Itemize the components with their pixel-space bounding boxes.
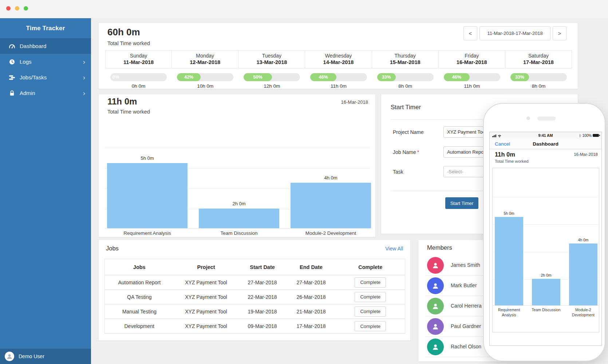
date-range-display[interactable]: 11-Mar-2018-17-Mar-2018 (479, 26, 550, 40)
members-title: Members (427, 244, 452, 251)
day-header-cell[interactable]: Sunday11-Mar-2018 (105, 50, 172, 68)
day-header-cell[interactable]: Saturday17-Mar-2018 (505, 50, 572, 68)
member-avatar (427, 277, 444, 294)
member-avatar (427, 298, 444, 314)
jobs-header-cell: Project (174, 264, 238, 270)
day-date: 11-Mar-2018 (106, 59, 171, 65)
job-end-date-cell: 27-Mar-2018 (287, 280, 336, 285)
bar-value-label: 2h 0m (199, 201, 279, 206)
dashboard-icon (9, 43, 15, 50)
day-name: Monday (172, 53, 238, 59)
day-date: 16-Mar-2018 (439, 59, 505, 65)
start-timer-button[interactable]: Start Timer (445, 197, 478, 209)
day-name: Saturday (505, 53, 572, 59)
phone-bar-value-label: 4h 0m (569, 238, 597, 242)
phone-nav-title: Dashboard (490, 141, 601, 147)
sidebar-item-dashboard[interactable]: Dashboard (0, 38, 91, 54)
day-header-cell[interactable]: Wednesday14-Mar-2018 (305, 50, 372, 68)
day-column: Wednesday14-Mar-201846%11h 0m (305, 50, 372, 89)
tasks-icon (9, 74, 15, 81)
complete-button[interactable]: Complete (355, 277, 386, 288)
bar-category-label: Module-2 Development (291, 230, 371, 236)
phone-mockup: 9:41 AM ᛒ 100% Cancel Dashboard 11h 0m 1… (483, 103, 605, 361)
close-window-button[interactable] (6, 6, 11, 11)
day-date: 12-Mar-2018 (172, 59, 238, 65)
phone-screen: 9:41 AM ᛒ 100% Cancel Dashboard 11h 0m 1… (489, 132, 602, 346)
day-header-cell[interactable]: Thursday15-Mar-2018 (372, 50, 439, 68)
day-progress-track: 42% (177, 73, 233, 81)
day-progress-track: 50% (244, 73, 300, 81)
job-end-date-cell: 21-Mar-2018 (287, 309, 336, 314)
jobs-header-cell: Jobs (105, 264, 174, 270)
required-asterisk: * (417, 149, 419, 155)
member-avatar (427, 339, 444, 355)
field-label-task: Task (393, 169, 403, 175)
sidebar: Time Tracker DashboardLogs›Jobs/Tasks›Ad… (0, 18, 91, 364)
day-hours: 11h 0m (439, 83, 505, 89)
job-end-date-cell: 17-Mar-2018 (287, 323, 336, 329)
day-header-cell[interactable]: Tuesday13-Mar-2018 (238, 50, 305, 68)
jobs-header-row: JobsProjectStart DateEnd DateComplete (105, 259, 405, 275)
day-progress-track: 46% (310, 73, 367, 81)
phone-speaker (537, 116, 556, 120)
phone-status-bar: 9:41 AM ᛒ 100% (490, 132, 601, 139)
battery-icon (593, 134, 599, 137)
phone-chart-bar[interactable] (569, 244, 597, 305)
bar-value-label: 5h 0m (107, 155, 187, 161)
jobs-header-cell: Start Date (238, 264, 287, 270)
phone-chart-bar[interactable] (532, 279, 560, 305)
phone-total-label: Total Time worked (495, 159, 529, 163)
lock-icon (9, 90, 15, 96)
user-strip[interactable]: Demo User (0, 349, 91, 364)
day-progress-fill: 50% (244, 73, 272, 81)
phone-chart-bar[interactable] (495, 217, 523, 305)
job-project-cell: XYZ Payment Tool (174, 323, 238, 329)
day-name: Friday (439, 53, 505, 59)
person-icon (431, 282, 439, 290)
jobs-row: QA TestingXYZ Payment Tool22-Mar-201826-… (105, 290, 405, 304)
phone-date: 16-Mar-2018 (574, 152, 598, 157)
chart-bar[interactable] (199, 209, 279, 228)
clock-icon (9, 59, 15, 65)
day-progress-fill: 33% (510, 73, 529, 81)
job-start-date-cell: 22-Mar-2018 (238, 294, 287, 300)
maximize-window-button[interactable] (24, 6, 28, 11)
job-action-cell: Complete (336, 277, 405, 288)
weekly-total-time: 60h 0m (107, 27, 140, 38)
person-icon (6, 353, 13, 360)
complete-button[interactable]: Complete (355, 292, 386, 302)
day-header-cell[interactable]: Monday12-Mar-2018 (172, 50, 238, 68)
bar-category-label: Team Discussion (199, 230, 279, 236)
daily-total-label: Total Time worked (107, 109, 150, 115)
date-next-button[interactable]: > (553, 26, 566, 40)
complete-button[interactable]: Complete (355, 321, 386, 331)
job-name-cell: Manual Testing (105, 309, 174, 314)
minimize-window-button[interactable] (15, 6, 19, 11)
day-column: Tuesday13-Mar-201850%12h 0m (238, 50, 305, 89)
battery-percent: 100% (582, 134, 592, 138)
complete-button[interactable]: Complete (355, 306, 386, 317)
phone-bar-category-label: Team Discussion (528, 308, 564, 313)
chart-bar[interactable] (107, 163, 187, 228)
chart-baseline (104, 228, 370, 229)
sidebar-item-label: Dashboard (20, 43, 46, 49)
phone-bar-value-label: 5h 0m (495, 211, 523, 215)
day-header-cell[interactable]: Friday16-Mar-2018 (439, 50, 505, 68)
jobs-row: DevelopmentXYZ Payment Tool09-Mar-201817… (105, 319, 405, 333)
day-name: Wednesday (305, 53, 371, 59)
jobs-title: Jobs (106, 245, 119, 252)
sidebar-item-jobs-tasks[interactable]: Jobs/Tasks› (0, 70, 91, 85)
sidebar-item-logs[interactable]: Logs› (0, 54, 91, 70)
day-progress-fill: 46% (444, 73, 470, 81)
view-all-link[interactable]: View All (385, 246, 403, 252)
sidebar-item-label: Jobs/Tasks (20, 74, 47, 80)
date-prev-button[interactable]: < (463, 26, 477, 40)
sidebar-item-admin[interactable]: Admin› (0, 85, 91, 101)
day-column: Monday12-Mar-201842%10h 0m (172, 50, 238, 89)
chart-bar[interactable] (291, 183, 371, 228)
weekly-summary-card: 60h 0m Total Time worked < 11-Mar-2018-1… (98, 23, 578, 89)
day-progress-track: 0% (110, 73, 167, 81)
jobs-header-cell: Complete (336, 264, 405, 270)
day-name: Thursday (372, 53, 438, 59)
day-hours: 11h 0m (305, 83, 372, 89)
